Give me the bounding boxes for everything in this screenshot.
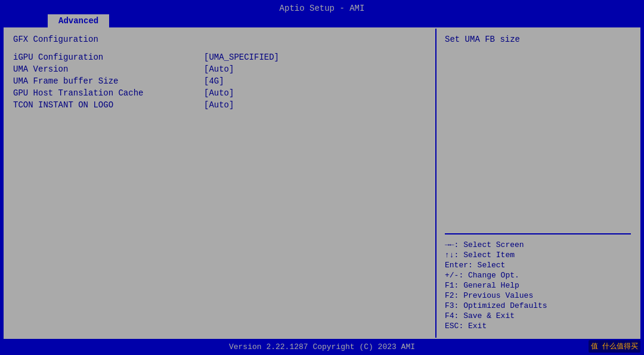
title-bar: Aptio Setup - AMI [0,0,644,13]
key-help-4: F1: General Help [445,281,631,290]
config-value-4: [Auto] [204,100,234,110]
config-row-0[interactable]: iGPU Configuration[UMA_SPECIFIED] [13,53,427,62]
key-help-7: F4: Save & Exit [445,311,631,320]
config-row-2[interactable]: UMA Frame buffer Size[4G] [13,76,427,86]
key-help-3: +/-: Change Opt. [445,271,631,280]
footer: Version 2.22.1287 Copyright (C) 2023 AMI [0,339,644,355]
key-help-5: F2: Previous Values [445,291,631,300]
config-value-3: [Auto] [204,88,234,98]
config-value-0: [UMA_SPECIFIED] [204,53,279,62]
key-help-1: ↑↓: Select Item [445,251,631,260]
config-label-3: GPU Host Translation Cache [13,88,204,98]
config-label-0: iGPU Configuration [13,53,204,62]
help-text: Set UMA FB size [445,35,631,44]
config-row-1[interactable]: UMA Version[Auto] [13,64,427,74]
divider [445,233,631,234]
key-help-8: ESC: Exit [445,322,631,331]
title-text: Aptio Setup - AMI [280,4,365,13]
key-helps: →←: Select Screen↑↓: Select ItemEnter: S… [445,240,631,332]
key-help-0: →←: Select Screen [445,240,631,249]
tab-advanced[interactable]: Advanced [48,14,109,27]
footer-text: Version 2.22.1287 Copyright (C) 2023 AMI [229,342,415,351]
config-label-2: UMA Frame buffer Size [13,76,204,86]
watermark: 值 什么值得买 [589,340,640,353]
config-value-1: [Auto] [204,64,234,74]
config-value-2: [4G] [204,76,224,86]
config-label-4: TCON INSTANT ON LOGO [13,100,204,110]
key-help-2: Enter: Select [445,261,631,270]
tab-bar: Advanced [0,14,644,27]
main-content: GFX Configuration iGPU Configuration[UMA… [4,27,640,339]
config-row-3[interactable]: GPU Host Translation Cache[Auto] [13,88,427,98]
config-rows: iGPU Configuration[UMA_SPECIFIED]UMA Ver… [13,53,427,110]
config-label-1: UMA Version [13,64,204,74]
section-title: GFX Configuration [13,35,427,44]
config-row-4[interactable]: TCON INSTANT ON LOGO[Auto] [13,100,427,110]
right-panel: Set UMA FB size →←: Select Screen↑↓: Sel… [436,29,639,338]
key-help-6: F3: Optimized Defaults [445,301,631,310]
left-panel: GFX Configuration iGPU Configuration[UMA… [5,29,436,338]
